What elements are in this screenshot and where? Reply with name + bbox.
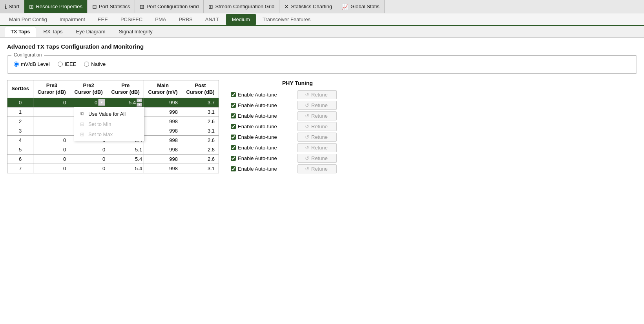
retune-button-7[interactable]: ↺Retune (297, 164, 337, 173)
table-row[interactable]: 5005.19982.8 (7, 145, 219, 154)
tab-impairment[interactable]: Impairment (54, 14, 91, 25)
cell-post[interactable]: 3.1 (182, 107, 219, 116)
tab-signal-integrity[interactable]: Signal Integrity (113, 27, 159, 37)
ctx-set-to-min: ⊟ Set to Min (74, 119, 144, 129)
col-post: PostCursor (dB) (182, 80, 219, 98)
third-tabbar: TX Taps RX Taps Eye Diagram Signal Integ… (0, 26, 644, 38)
tab-port-statistics[interactable]: ⊟ Port Statistics (88, 0, 135, 13)
cell-main[interactable]: 998 (144, 164, 182, 173)
auto-tune-checkbox-1[interactable] (231, 103, 236, 108)
cell-pre[interactable]: 5.1 (107, 145, 144, 154)
tab-port-config-grid[interactable]: ⊞ Port Configuration Grid (135, 0, 204, 13)
auto-tune-checkbox-7[interactable] (231, 166, 236, 171)
cell-pre2[interactable]: 0 (70, 154, 107, 164)
tab-pcs-fec[interactable]: PCS/FEC (115, 14, 148, 25)
retune-icon-2: ↺ (305, 113, 309, 119)
tab-resource-properties[interactable]: ⊞ Resource Properties (24, 0, 88, 13)
phy-check-7[interactable]: Enable Auto-tune (231, 166, 294, 172)
col-main: MainCursor (mV) (144, 80, 182, 98)
cell-main[interactable]: 998 (144, 126, 182, 135)
cell-main[interactable]: 998 (144, 154, 182, 164)
auto-tune-checkbox-3[interactable] (231, 124, 236, 129)
retune-button-4[interactable]: ↺Retune (297, 133, 337, 142)
cell-main[interactable]: 998 (144, 98, 182, 107)
table-row[interactable]: 6005.49982.6 (7, 154, 219, 164)
tab-global-stats[interactable]: 📈 Global Statis (337, 0, 385, 13)
ctx-use-value-for-all[interactable]: ⧉ Use Value for All (74, 109, 144, 119)
cell-pre2[interactable]: 0 (70, 145, 107, 154)
phy-check-0[interactable]: Enable Auto-tune (231, 92, 294, 98)
retune-label-1: Retune (311, 102, 328, 108)
radio-ieee[interactable]: IEEE (58, 61, 77, 67)
tab-an-lt[interactable]: AN/LT (199, 14, 225, 25)
cell-pre3[interactable]: 0 (33, 135, 70, 145)
cell-post[interactable]: 3.7 (182, 98, 219, 107)
radio-native[interactable]: Native (84, 61, 106, 67)
tab-rx-taps[interactable]: RX Taps (38, 27, 69, 37)
phy-check-4[interactable]: Enable Auto-tune (231, 134, 294, 140)
retune-button-2[interactable]: ↺Retune (297, 111, 337, 120)
cell-pre[interactable]: 5.4 (107, 154, 144, 164)
tab-transceiver-features[interactable]: Transceiver Features (257, 14, 316, 25)
retune-label-0: Retune (311, 92, 328, 98)
spin-up-button[interactable]: ▲ (137, 98, 142, 102)
table-row[interactable]: 7005.49983.1 (7, 164, 219, 173)
cell-post[interactable]: 3.1 (182, 126, 219, 135)
cell-pre[interactable]: 5.4 (107, 164, 144, 173)
stats-icon: 📈 (342, 4, 348, 10)
cell-pre3[interactable] (33, 116, 70, 126)
table-row[interactable]: 000▼5.4▲▼9983.7 (7, 98, 219, 107)
cell-pre[interactable]: 5.4▲▼ (107, 98, 144, 107)
tab-statistics-charting[interactable]: ✕ Statistics Charting (279, 0, 337, 13)
cell-pre3[interactable] (33, 126, 70, 135)
cell-post[interactable]: 2.6 (182, 135, 219, 145)
retune-button-6[interactable]: ↺Retune (297, 154, 337, 163)
tab-pma[interactable]: PMA (149, 14, 172, 25)
cell-post[interactable]: 2.8 (182, 145, 219, 154)
cell-post[interactable]: 2.6 (182, 154, 219, 164)
retune-button-1[interactable]: ↺Retune (297, 101, 337, 110)
auto-tune-checkbox-4[interactable] (231, 135, 236, 140)
tab-eye-diagram[interactable]: Eye Diagram (70, 27, 111, 37)
tab-eee[interactable]: EEE (92, 14, 114, 25)
grid3-icon: ⊞ (208, 4, 213, 10)
phy-check-1[interactable]: Enable Auto-tune (231, 102, 294, 108)
cell-post[interactable]: 3.1 (182, 164, 219, 173)
auto-tune-label-6: Enable Auto-tune (238, 155, 277, 161)
radio-mv-db[interactable]: mV/dB Level (14, 61, 50, 67)
cell-main[interactable]: 998 (144, 107, 182, 116)
tab-stream-config-grid[interactable]: ⊞ Stream Configuration Grid (204, 0, 279, 13)
phy-check-2[interactable]: Enable Auto-tune (231, 113, 294, 119)
cell-pre3[interactable]: 0 (33, 98, 70, 107)
cell-pre3[interactable]: 0 (33, 164, 70, 173)
tab-main-port-config[interactable]: Main Port Config (3, 14, 53, 25)
auto-tune-checkbox-0[interactable] (231, 92, 236, 97)
ctx-set-to-max: ⊞ Set to Max (74, 129, 144, 139)
tab-start[interactable]: ℹ Start (0, 0, 24, 13)
auto-tune-label-7: Enable Auto-tune (238, 166, 277, 172)
plus-icon: ⊞ (79, 131, 85, 137)
auto-tune-checkbox-2[interactable] (231, 113, 236, 118)
cell-pre2[interactable]: 0 (70, 164, 107, 173)
auto-tune-checkbox-5[interactable] (231, 145, 236, 150)
cell-pre3[interactable]: 0 (33, 145, 70, 154)
cell-pre3[interactable]: 0 (33, 154, 70, 164)
tab-tx-taps[interactable]: TX Taps (5, 27, 36, 37)
retune-button-3[interactable]: ↺Retune (297, 122, 337, 131)
phy-check-6[interactable]: Enable Auto-tune (231, 155, 294, 161)
phy-check-3[interactable]: Enable Auto-tune (231, 124, 294, 129)
dropdown-button[interactable]: ▼ (98, 99, 105, 106)
phy-check-5[interactable]: Enable Auto-tune (231, 145, 294, 151)
retune-button-5[interactable]: ↺Retune (297, 143, 337, 152)
cell-pre2[interactable]: 0▼ (70, 98, 107, 107)
cell-main[interactable]: 998 (144, 145, 182, 154)
cell-main[interactable]: 998 (144, 116, 182, 126)
cell-main[interactable]: 998 (144, 135, 182, 145)
cell-post[interactable]: 2.6 (182, 116, 219, 126)
tab-prbs[interactable]: PRBS (173, 14, 198, 25)
tab-medium[interactable]: Medium (226, 14, 256, 25)
auto-tune-checkbox-6[interactable] (231, 156, 236, 161)
retune-button-0[interactable]: ↺Retune (297, 90, 337, 99)
spin-down-button[interactable]: ▼ (137, 103, 142, 107)
cell-pre3[interactable] (33, 107, 70, 116)
